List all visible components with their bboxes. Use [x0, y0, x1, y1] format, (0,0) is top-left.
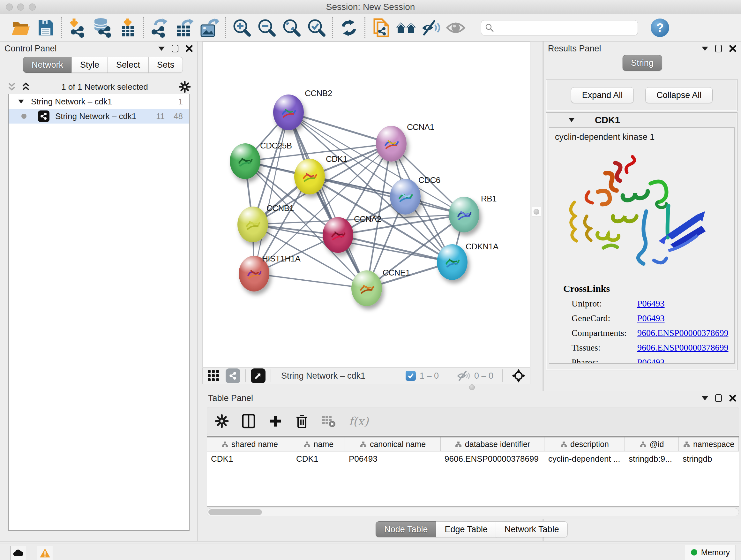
edge-CDK1-RB1[interactable] [310, 177, 464, 214]
edge-CCNB2-HIST1H1A[interactable] [254, 112, 288, 273]
table-cell[interactable]: CDK1 [292, 451, 345, 466]
memory-button[interactable]: Memory [685, 545, 736, 560]
node-cdc6[interactable] [390, 179, 421, 214]
column-header-shared-name[interactable]: shared name [207, 437, 292, 451]
gear-icon[interactable] [179, 81, 191, 93]
vertical-splitter-handle[interactable] [532, 207, 541, 216]
network-canvas[interactable]: CCNB2CCNA1CDC25BCDK1CDC6RB1CCNB1CCNA2CDK… [202, 42, 530, 367]
zoom-selected-button[interactable] [304, 16, 329, 40]
selected-checkbox[interactable] [406, 371, 416, 381]
tab-network[interactable]: Network [23, 57, 72, 73]
tab-style[interactable]: Style [71, 57, 108, 73]
node-ccna1[interactable] [376, 126, 407, 162]
function-builder-button[interactable]: f(x) [349, 415, 368, 428]
crosslink-link[interactable]: 9606.ENSP00000378699 [637, 343, 728, 353]
panel-float-icon[interactable] [715, 45, 722, 52]
crosslink-link[interactable]: P06493 [637, 357, 665, 364]
node-ccnb1[interactable] [238, 206, 268, 242]
table-cell[interactable]: stringdb [679, 451, 739, 466]
column-header-namespace[interactable]: namespace [679, 437, 739, 451]
table-cell[interactable]: P06493 [345, 451, 441, 466]
birdseye-view-button[interactable] [251, 368, 266, 383]
export-image-button[interactable] [197, 16, 222, 40]
gear-icon[interactable] [215, 414, 229, 428]
node-cdkn1a[interactable] [437, 244, 468, 280]
export-table-button[interactable] [172, 16, 197, 40]
tab-node-table[interactable]: Node Table [376, 521, 436, 537]
apply-layout-button[interactable] [336, 16, 361, 40]
search-input[interactable] [496, 23, 634, 33]
panel-float-icon[interactable] [172, 45, 179, 52]
column-header-database-identifier[interactable]: database identifier [441, 437, 544, 451]
column-label: name [314, 440, 334, 449]
import-table-file-button[interactable] [115, 16, 140, 40]
table-cell[interactable]: stringdb:9... [625, 451, 679, 466]
import-network-file-button[interactable] [65, 16, 90, 40]
collapse-all-icon[interactable] [7, 82, 17, 91]
table-cell[interactable]: CDK1 [207, 451, 292, 466]
table-cell[interactable]: cyclin-dependent ... [544, 451, 625, 466]
edge-count: 48 [174, 111, 183, 121]
panel-collapse-icon[interactable] [702, 396, 708, 400]
crosslink-link[interactable]: P06493 [637, 313, 665, 323]
panel-collapse-icon[interactable] [702, 47, 708, 51]
edge-CCNB2-CCNA1[interactable] [288, 112, 391, 144]
table-horizontal-scrollbar[interactable] [207, 508, 739, 516]
first-neighbors-button[interactable] [394, 16, 418, 40]
panel-close-icon[interactable] [729, 394, 737, 402]
expand-all-button[interactable]: Expand All [571, 87, 634, 103]
edge-CCNE1-HIST1H1A[interactable] [254, 273, 367, 288]
tab-edge-table[interactable]: Edge Table [436, 521, 496, 537]
new-network-from-selection-button[interactable] [368, 16, 394, 40]
expand-all-icon[interactable] [21, 82, 30, 91]
open-session-button[interactable] [8, 16, 33, 40]
show-hidden-button[interactable] [443, 16, 468, 40]
table-cell[interactable]: 9606.ENSP00000378699 [441, 451, 544, 466]
crosshair-icon[interactable] [512, 369, 526, 383]
network-style-button[interactable] [226, 368, 240, 383]
column-header-at-id[interactable]: @id [625, 437, 679, 451]
crosslink-link[interactable]: P06493 [637, 299, 665, 309]
grid-view-icon[interactable] [207, 369, 220, 382]
cloud-button[interactable] [10, 546, 26, 560]
panel-close-icon[interactable] [185, 45, 193, 52]
zoom-fit-button[interactable] [279, 16, 304, 40]
table-row[interactable]: CDK1CDK1P064939606.ENSP00000378699cyclin… [207, 451, 739, 466]
import-network-database-button[interactable] [90, 16, 115, 40]
panel-float-icon[interactable] [715, 394, 722, 402]
zoom-in-button[interactable] [229, 16, 254, 40]
save-session-button[interactable] [33, 16, 58, 40]
node-cdk1[interactable] [294, 159, 325, 194]
panel-close-icon[interactable] [729, 45, 737, 52]
node-ccne1[interactable] [351, 270, 382, 306]
tab-select[interactable]: Select [108, 57, 149, 73]
node-rb1[interactable] [449, 197, 479, 233]
tree-expander-icon[interactable] [18, 100, 24, 104]
warning-button[interactable] [37, 546, 53, 560]
column-header-canonical-name[interactable]: canonical name [345, 437, 441, 451]
trash-icon[interactable] [295, 414, 309, 429]
node-ccna2[interactable] [323, 217, 353, 253]
panel-collapse-icon[interactable] [158, 47, 165, 51]
tab-network-table[interactable]: Network Table [496, 521, 568, 537]
delete-table-icon[interactable] [321, 415, 336, 428]
scrollbar-thumb[interactable] [208, 509, 262, 515]
tab-sets[interactable]: Sets [148, 57, 183, 73]
collapse-all-button[interactable]: Collapse All [645, 87, 713, 103]
node-cdc25b[interactable] [230, 143, 260, 179]
column-header-description[interactable]: description [544, 437, 625, 451]
node-ccnb2[interactable] [273, 95, 304, 130]
column-header-name[interactable]: name [292, 437, 345, 451]
horizontal-splitter-handle[interactable] [467, 384, 477, 391]
columns-icon[interactable] [242, 414, 256, 429]
tab-string[interactable]: String [622, 55, 662, 71]
crosslink-link[interactable]: 9606.ENSP00000378699 [637, 328, 728, 338]
hide-selected-button[interactable] [418, 16, 443, 40]
help-button[interactable]: ? [651, 18, 669, 37]
export-network-button[interactable] [147, 16, 172, 40]
network-collection-row[interactable]: String Network – cdk1 1 [9, 94, 189, 109]
network-row[interactable]: String Network – cdk1 11 48 [9, 109, 189, 124]
zoom-out-button[interactable] [254, 16, 279, 40]
plus-icon[interactable] [268, 414, 282, 428]
entry-expander-icon[interactable] [569, 118, 575, 122]
